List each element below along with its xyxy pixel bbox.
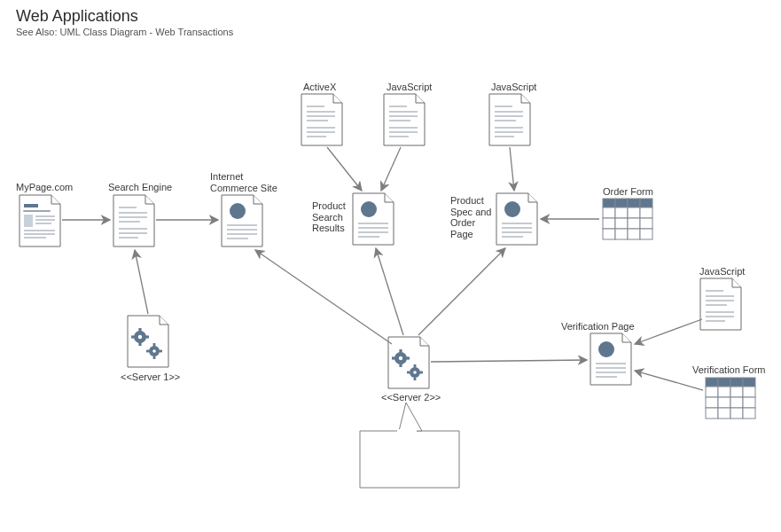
arrow-server1-to-search (135, 250, 148, 314)
node-verification-form (706, 378, 755, 419)
arrow-server2-to-pspec (418, 248, 505, 335)
node-mypage (20, 195, 60, 246)
node-js2 (489, 94, 530, 145)
diagram-svg (0, 0, 781, 532)
node-verification-page (590, 333, 631, 385)
arrow-js3-to-verif (635, 319, 702, 344)
node-product-spec (496, 193, 537, 245)
note-pointer (399, 403, 422, 431)
node-order-form (603, 199, 652, 239)
node-js3 (700, 278, 741, 330)
node-server2 (388, 337, 429, 388)
note-box (360, 431, 459, 488)
arrow-js1-to-psearch (381, 147, 401, 191)
arrow-js2-to-pspec (510, 147, 514, 191)
svg-rect-49 (397, 429, 417, 433)
arrow-server2-to-verif (431, 360, 587, 362)
arrow-server2-to-psearch (376, 248, 403, 335)
arrow-server2-to-commerce (255, 250, 392, 344)
node-server1 (128, 316, 168, 367)
node-activex (301, 94, 342, 145)
arrow-activex-to-psearch (327, 147, 362, 191)
diagram-canvas: Web Applications See Also: UML Class Dia… (0, 0, 781, 532)
node-search-engine (113, 195, 154, 246)
arrow-verifform-to-verif (635, 371, 703, 390)
node-js1 (384, 94, 425, 145)
node-commerce (222, 195, 262, 246)
node-product-search (353, 193, 394, 245)
